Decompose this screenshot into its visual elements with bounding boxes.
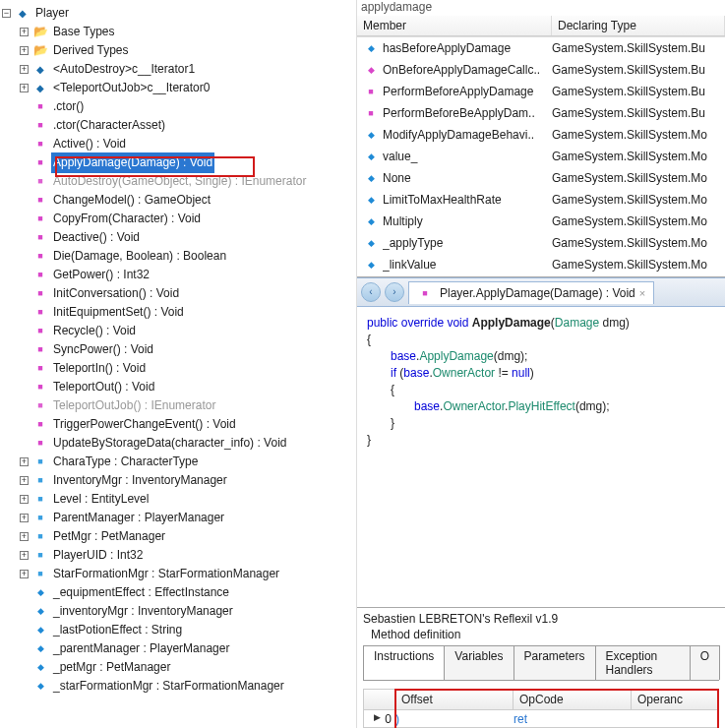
member-row[interactable]: ◆hasBeforeApplyDamageGameSystem.SkillSys…	[357, 37, 725, 59]
tab-exception-handlers[interactable]: Exception Handlers	[595, 645, 691, 680]
method-deactive[interactable]: Deactive() : Void	[51, 227, 142, 248]
tab-variables[interactable]: Variables	[444, 645, 514, 680]
method-active[interactable]: Active() : Void	[51, 134, 128, 154]
field-lastpotioneffect[interactable]: _lastPotionEffect : String	[51, 620, 184, 640]
field-equipmenteffect[interactable]: _equipmentEffect : EffectInstance	[51, 582, 231, 603]
col-offset[interactable]: Offset	[395, 690, 514, 709]
member-list[interactable]: ◆hasBeforeApplyDamageGameSystem.SkillSys…	[357, 36, 725, 277]
field-parentmanager[interactable]: _parentManager : PlayerManager	[51, 638, 231, 659]
tab-parameters[interactable]: Parameters	[514, 645, 596, 680]
member-icon: ◆	[363, 40, 379, 56]
method-icon	[32, 417, 48, 433]
code-tab[interactable]: Player.ApplyDamage(Damage) : Void ×	[408, 281, 654, 304]
kw: null	[512, 366, 530, 380]
method-autodestroy[interactable]: AutoDestroy(GameObject, Single) : IEnume…	[51, 171, 308, 192]
method-initequipment[interactable]: InitEquipmentSet() : Void	[51, 302, 186, 323]
expander[interactable]: +	[20, 476, 29, 485]
kw: void	[447, 316, 468, 330]
expander[interactable]: +	[20, 570, 29, 578]
instruction-row[interactable]: ▶0 ) ret	[363, 710, 719, 728]
search-text[interactable]: applydamage	[357, 0, 725, 16]
member-name: OnBeforeApplyDamageCallc..	[383, 63, 552, 77]
method-teleportout[interactable]: TeleportOut() : Void	[51, 377, 156, 397]
member-row[interactable]: ◆_linkValueGameSystem.SkillSystem.Mo	[357, 254, 725, 275]
col-operand[interactable]: Operanc	[632, 690, 718, 709]
prop-starformationmgr[interactable]: StarFormationMgr : StarFormationManager	[51, 564, 281, 584]
field-icon	[32, 641, 48, 657]
method-applydamage[interactable]: ApplyDamage(Damage) : Void	[51, 152, 214, 173]
prop-inventorymgr[interactable]: InventoryMgr : InventoryManager	[51, 470, 229, 491]
prop-parentmanager[interactable]: ParentManager : PlayerManager	[51, 508, 226, 528]
member-type: GameSystem.SkillSystem.Mo	[552, 236, 725, 250]
method-ctor[interactable]: .ctor(CharacterAsset)	[51, 115, 167, 136]
expander[interactable]: +	[20, 28, 29, 36]
field-icon	[32, 660, 48, 676]
folder-derived-types[interactable]: Derived Types	[51, 40, 130, 61]
iterator-class[interactable]: <TeleportOutJob>c__Iterator0	[51, 78, 211, 98]
nav-back-button[interactable]: ‹	[361, 282, 381, 302]
method-teleportoutjob[interactable]: TeleportOutJob() : IEnumerator	[51, 395, 217, 416]
column-declaring-type[interactable]: Declaring Type	[552, 16, 725, 35]
method-syncpower[interactable]: SyncPower() : Void	[51, 339, 155, 360]
expander[interactable]: +	[20, 495, 29, 504]
member-name: LimitToMaxHealthRate	[383, 193, 552, 207]
method-initconversation[interactable]: InitConversation() : Void	[51, 283, 181, 304]
expander[interactable]: +	[20, 46, 29, 55]
prop-playeruid[interactable]: PlayerUID : Int32	[51, 545, 145, 566]
tree-root[interactable]: Player	[33, 3, 71, 24]
method-die[interactable]: Die(Damage, Boolean) : Boolean	[51, 246, 228, 267]
col-opcode[interactable]: OpCode	[514, 690, 632, 709]
tab-more[interactable]: O	[690, 645, 720, 680]
expander[interactable]: +	[20, 65, 29, 74]
instructions-grid[interactable]: Offset OpCode Operanc ▶0 ) ret	[363, 689, 719, 728]
field-inventorymgr[interactable]: _inventoryMgr : InventoryManager	[51, 601, 235, 622]
reflexil-panel: Sebastien LEBRETON's Reflexil v1.9 Metho…	[357, 607, 725, 728]
method-icon	[32, 380, 48, 395]
expander[interactable]: +	[20, 551, 29, 560]
method-recycle[interactable]: Recycle() : Void	[51, 321, 138, 341]
column-member[interactable]: Member	[357, 16, 552, 35]
method-getpower[interactable]: GetPower() : Int32	[51, 265, 151, 285]
member-row[interactable]: ◆value_GameSystem.SkillSystem.Mo	[357, 146, 725, 167]
method-icon	[32, 118, 48, 134]
member-row[interactable]: ◆_applyTypeGameSystem.SkillSystem.Mo	[357, 232, 725, 254]
tab-title: Player.ApplyDamage(Damage) : Void	[440, 286, 635, 300]
member-icon: ◆	[363, 149, 379, 164]
member-icon: ■	[363, 105, 379, 121]
method-ctor[interactable]: .ctor()	[51, 96, 86, 117]
member-row[interactable]: ■PerformBeforeApplyDamageGameSystem.Skil…	[357, 81, 725, 102]
expander[interactable]: +	[20, 84, 29, 92]
iterator-class[interactable]: <AutoDestroy>c__Iterator1	[51, 59, 197, 80]
expander[interactable]: +	[20, 514, 29, 522]
method-changemodel[interactable]: ChangeModel() : GameObject	[51, 190, 212, 211]
field-icon	[32, 585, 48, 601]
expander[interactable]: +	[20, 457, 29, 466]
expander[interactable]: −	[2, 9, 11, 18]
close-icon[interactable]: ×	[639, 287, 645, 299]
member-row[interactable]: ◆ModifyApplyDamageBehavi..GameSystem.Ski…	[357, 124, 725, 146]
code-view[interactable]: public override void ApplyDamage(Damage …	[357, 307, 725, 607]
method-updatebystorage[interactable]: UpdateByStorageData(character_info) : Vo…	[51, 433, 288, 454]
method-teleportin[interactable]: TeleportIn() : Void	[51, 358, 148, 379]
expander[interactable]: +	[20, 532, 29, 541]
field-starformationmgr[interactable]: _starFormationMgr : StarFormationManager	[51, 676, 286, 697]
member-row[interactable]: ■PerformBeforeBeApplyDam..GameSystem.Ski…	[357, 102, 725, 124]
tab-instructions[interactable]: Instructions	[363, 645, 445, 680]
method-triggerpowerchange[interactable]: TriggerPowerChangeEvent() : Void	[51, 414, 238, 435]
prop-petmgr[interactable]: PetMgr : PetManager	[51, 526, 167, 547]
member-type: GameSystem.SkillSystem.Mo	[552, 258, 725, 272]
prop-level[interactable]: Level : EntityLevel	[51, 489, 151, 510]
prop-charatype[interactable]: CharaType : CharacterType	[51, 452, 200, 472]
method-copyfrom[interactable]: CopyFrom(Character) : Void	[51, 209, 203, 229]
member-row[interactable]: ◆OnBeforeApplyDamageCallc..GameSystem.Sk…	[357, 59, 725, 81]
class-tree[interactable]: −◆Player +📂Base Types +📂Derived Types +◆…	[0, 4, 354, 696]
folder-base-types[interactable]: Base Types	[51, 22, 116, 42]
field-icon	[32, 679, 48, 695]
kw: override	[401, 316, 444, 330]
member-row[interactable]: ◆NoneGameSystem.SkillSystem.Mo	[357, 167, 725, 189]
member-row[interactable]: ◆MultiplyGameSystem.SkillSystem.Mo	[357, 211, 725, 232]
field-petmgr[interactable]: _petMgr : PetManager	[51, 657, 172, 678]
member-row[interactable]: ◆LimitToMaxHealthRateGameSystem.SkillSys…	[357, 189, 725, 211]
method-icon	[32, 305, 48, 321]
nav-forward-button[interactable]: ›	[385, 282, 404, 302]
